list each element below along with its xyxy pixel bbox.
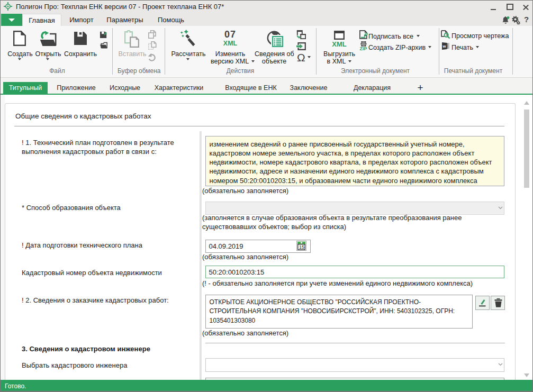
svg-text:w: w <box>442 44 446 49</box>
svg-text:15: 15 <box>299 244 304 250</box>
svg-text:ZIP: ZIP <box>360 46 367 51</box>
